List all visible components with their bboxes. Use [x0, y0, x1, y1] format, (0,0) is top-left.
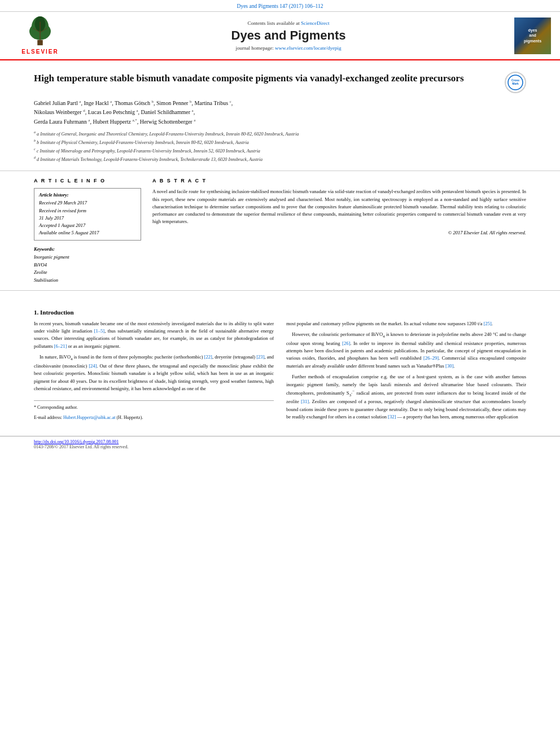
crossmark-badge: Cross Mark — [505, 72, 526, 93]
title-row: High temperature stable bismuth vanadate… — [34, 72, 526, 93]
intro-para-2: In nature, BiVO4 is found in the form of… — [34, 353, 274, 392]
elsevier-tree-icon — [20, 16, 60, 47]
keywords-box: Keywords: Inorganic pigment BiVO4 Zeolit… — [34, 246, 141, 284]
journal-title-area: Contents lists available at ScienceDirec… — [71, 20, 506, 51]
keywords-label: Keywords: — [34, 246, 141, 252]
keyword-2: BiVO4 — [34, 261, 141, 269]
journal-name: Dyes and Pigments — [71, 28, 506, 43]
copyright-notice: © 2017 Elsevier Ltd. All rights reserved… — [152, 230, 526, 235]
issn-line: 0143-7208/© 2017 Elsevier Ltd. All right… — [34, 444, 526, 449]
received-date: Received 29 March 2017 — [39, 199, 136, 207]
intro-col-left: In recent years, bismuth vanadate became… — [34, 320, 274, 425]
keyword-1: Inorganic pigment — [34, 254, 141, 261]
revised-date: 31 July 2017 — [39, 215, 136, 222]
abstract-column: A B S T R A C T A novel and facile route… — [152, 178, 526, 284]
intro-columns: In recent years, bismuth vanadate became… — [34, 320, 526, 425]
svg-rect-0 — [37, 40, 42, 45]
crossmark-icon: Cross Mark — [508, 75, 523, 90]
intro-col2-para-3: Further methods of encapsulation compris… — [286, 373, 526, 421]
accepted-date: Accepted 1 August 2017 — [39, 222, 136, 229]
doi-anchor[interactable]: http://dx.doi.org/10.1016/j.dyepig.2017.… — [34, 439, 119, 444]
authors-list: Gabriel Julian Partl a, Inge Hackl a, Th… — [34, 99, 526, 126]
abstract-heading: A B S T R A C T — [152, 178, 526, 184]
keyword-4: Stabilisation — [34, 277, 141, 285]
intro-col2-para-1: most popular and customary yellow pigmen… — [286, 320, 526, 327]
journal-homepage-link[interactable]: www.elsevier.com/locate/dyepig — [275, 45, 341, 51]
bottom-bar: http://dx.doi.org/10.1016/j.dyepig.2017.… — [0, 436, 560, 452]
journal-ref-text: Dyes and Pigments 147 (2017) 106–112 — [237, 3, 323, 9]
article-title: High temperature stable bismuth vanadate… — [34, 72, 497, 85]
email-link[interactable]: Hubert.Huppertz@uibk.ac.at — [63, 415, 115, 420]
elsevier-logo-area: ELSEVIER — [9, 16, 71, 55]
journal-header: ELSEVIER Contents lists available at Sci… — [0, 12, 560, 60]
footnote-area: * Corresponding author. E-mail address: … — [34, 400, 274, 421]
doi-link: http://dx.doi.org/10.1016/j.dyepig.2017.… — [34, 439, 526, 444]
journal-logo-area: dyes and pigments — [506, 18, 551, 54]
keyword-3: Zeolite — [34, 269, 141, 277]
corresponding-note: * Corresponding author. — [34, 404, 274, 411]
history-label: Article history: — [39, 192, 136, 198]
revised-label: Received in revised form — [39, 207, 136, 215]
abstract-text: A novel and facile route for synthesisin… — [152, 188, 526, 225]
intro-col-right: most popular and customary yellow pigmen… — [286, 320, 526, 425]
article-header: High temperature stable bismuth vanadate… — [0, 60, 560, 171]
intro-col2-para-2: However, the colouristic performance of … — [286, 331, 526, 370]
svg-text:Mark: Mark — [512, 82, 519, 85]
info-abstract-section: A R T I C L E I N F O Article history: R… — [0, 171, 560, 290]
journal-logo: dyes and pigments — [514, 18, 551, 54]
journal-homepage-line: journal homepage: www.elsevier.com/locat… — [71, 45, 506, 51]
main-content: 1. Introduction In recent years, bismuth… — [0, 291, 560, 436]
content-available-line: Contents lists available at ScienceDirec… — [71, 20, 506, 26]
intro-section-title: 1. Introduction — [34, 309, 526, 316]
email-note: E-mail address: Hubert.Huppertz@uibk.ac.… — [34, 414, 274, 421]
journal-reference: Dyes and Pigments 147 (2017) 106–112 — [0, 0, 560, 12]
affiliations-list: a a Institute of General, Inorganic and … — [34, 130, 526, 163]
intro-para-1: In recent years, bismuth vanadate became… — [34, 320, 274, 350]
available-date: Available online 5 August 2017 — [39, 229, 136, 237]
sciencedirect-link[interactable]: ScienceDirect — [301, 20, 329, 26]
elsevier-label: ELSEVIER — [21, 49, 58, 55]
article-info-heading: A R T I C L E I N F O — [34, 178, 141, 184]
article-history-box: Article history: Received 29 March 2017 … — [34, 188, 141, 241]
article-info-column: A R T I C L E I N F O Article history: R… — [34, 178, 141, 284]
